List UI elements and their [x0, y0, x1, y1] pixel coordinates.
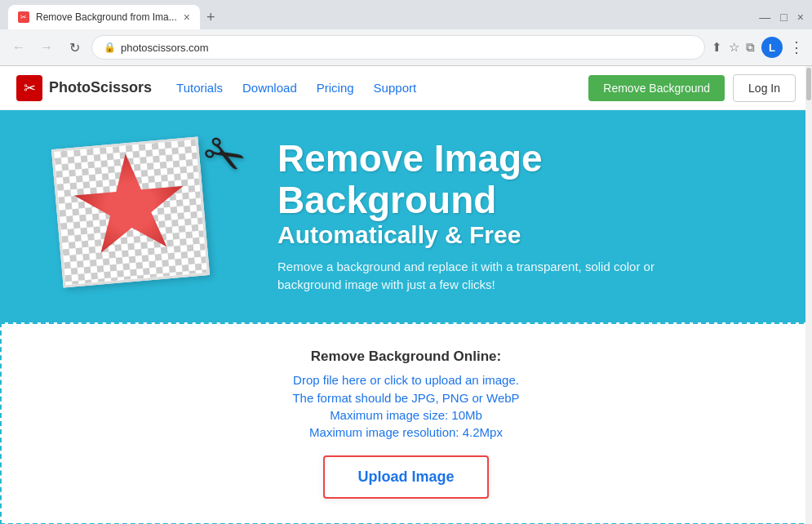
nav-support[interactable]: Support	[374, 81, 417, 95]
tab-title: Remove Background from Ima...	[36, 11, 177, 23]
scrollbar[interactable]	[805, 66, 812, 524]
upload-image-button[interactable]: Upload Image	[323, 455, 488, 499]
nav-actions: Remove Background Log In	[588, 74, 796, 102]
url-text: photoscissors.com	[121, 42, 209, 54]
nav-download[interactable]: Download	[242, 81, 297, 95]
lock-icon: 🔒	[104, 42, 116, 53]
hero-text: Remove Image Background Automatically & …	[261, 138, 779, 294]
upload-section: Remove Background Online: Drop file here…	[0, 322, 812, 524]
hero-title-line1: Remove Image	[277, 137, 543, 180]
scrollbar-thumb[interactable]	[806, 68, 811, 100]
upload-title: Remove Background Online:	[18, 349, 794, 365]
logo-icon: ✂	[16, 75, 42, 101]
tab-close-button[interactable]: ×	[184, 11, 190, 24]
upload-resolution-value: 4.2Mpx	[463, 425, 503, 439]
nav-pricing[interactable]: Pricing	[317, 81, 354, 95]
bookmark-button[interactable]: ☆	[729, 40, 739, 55]
title-bar: ✂ Remove Background from Ima... × + — □ …	[0, 0, 812, 29]
hero-image-area: ✂	[33, 135, 261, 298]
browser-menu-button[interactable]: ⋮	[789, 38, 804, 56]
scissors-icon: ✂	[193, 120, 256, 190]
refresh-button[interactable]: ↻	[64, 37, 85, 58]
remove-background-button[interactable]: Remove Background	[588, 75, 725, 101]
logo-text: PhotoScissors	[49, 79, 152, 96]
upload-drop-text: Drop file here or click to upload an ima…	[18, 373, 794, 387]
hero-title-line2: Background	[277, 179, 496, 221]
tab-favicon: ✂	[18, 11, 29, 23]
close-button[interactable]: ×	[797, 11, 804, 24]
address-bar: ← → ↻ 🔒 photoscissors.com ⬆ ☆ ⧉ L ⋮	[0, 29, 812, 65]
upload-size-label: Maximum image size:	[330, 408, 451, 422]
site-logo[interactable]: ✂ PhotoScissors	[16, 75, 152, 101]
login-button[interactable]: Log In	[733, 74, 796, 102]
hero-section: ✂ Remove Image Background Automatically …	[0, 110, 812, 322]
hero-title-auto: Automatically & Free	[277, 221, 779, 248]
minimize-button[interactable]: —	[759, 11, 770, 24]
hero-title: Remove Image Background Automatically & …	[277, 138, 779, 247]
profile-button[interactable]: L	[761, 37, 783, 58]
window-controls: — □ ×	[759, 11, 804, 24]
share-button[interactable]: ⬆	[712, 40, 722, 55]
logo-star: ✂	[24, 79, 36, 97]
maximize-button[interactable]: □	[780, 11, 787, 24]
upload-resolution-label: Maximum image resolution:	[309, 425, 463, 439]
hero-subtitle: Remove a background and replace it with …	[277, 258, 669, 295]
url-bar[interactable]: 🔒 photoscissors.com	[91, 35, 705, 60]
back-button[interactable]: ←	[8, 37, 29, 58]
tab-search-button[interactable]: ⧉	[746, 40, 755, 55]
upload-resolution: Maximum image resolution: 4.2Mpx	[18, 425, 794, 439]
new-tab-button[interactable]: +	[200, 9, 222, 26]
browser-tab[interactable]: ✂ Remove Background from Ima... ×	[8, 5, 200, 29]
forward-button[interactable]: →	[36, 37, 57, 58]
upload-format: The format should be JPG, PNG or WebP	[18, 391, 794, 405]
upload-size: Maximum image size: 10Mb	[18, 408, 794, 422]
nav-tutorials[interactable]: Tutorials	[176, 81, 223, 95]
website-content: ✂ PhotoScissors Tutorials Download Prici…	[0, 66, 812, 524]
address-actions: ⬆ ☆ ⧉ L ⋮	[712, 37, 804, 58]
hero-photo-card	[51, 136, 210, 287]
upload-size-value: 10Mb	[451, 408, 482, 422]
nav-links: Tutorials Download Pricing Support	[176, 81, 416, 95]
upload-format-label: The format should be	[292, 391, 411, 405]
upload-format-value: JPG, PNG or WebP	[411, 391, 519, 405]
browser-chrome: ✂ Remove Background from Ima... × + — □ …	[0, 0, 812, 66]
site-navigation: ✂ PhotoScissors Tutorials Download Prici…	[0, 66, 812, 110]
